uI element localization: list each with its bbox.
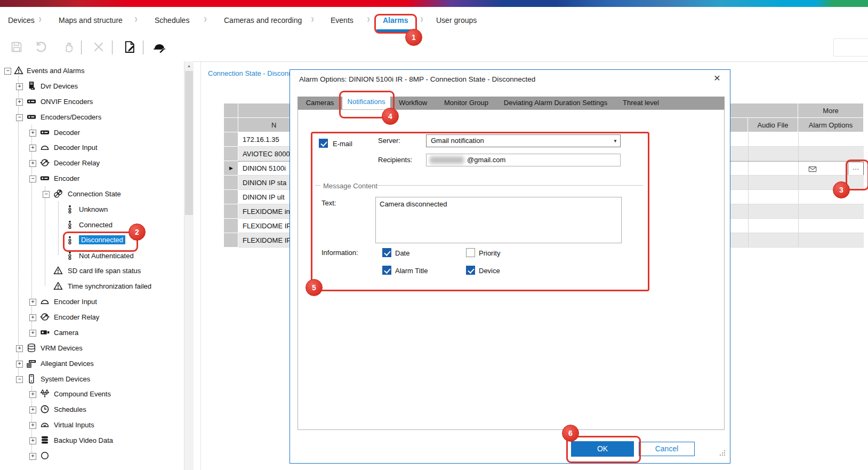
scroll-up-icon[interactable]: ▲ xyxy=(184,61,194,70)
nav-item-events[interactable]: Events xyxy=(331,16,353,25)
expander-icon[interactable]: + xyxy=(16,361,23,368)
tree-item-time-synchronization-failed[interactable]: Time synchronization failed xyxy=(0,278,184,294)
dvr-icon xyxy=(27,81,36,92)
tree-item-dvr-devices[interactable]: +Dvr Devices xyxy=(0,78,184,94)
edit-document-button[interactable] xyxy=(122,40,138,55)
delete-icon xyxy=(92,41,105,55)
nav-chevron-icon: › xyxy=(38,12,42,26)
tree-item-unknown[interactable]: Unknown xyxy=(0,202,184,217)
tree-item-connection-state[interactable]: −Connection State xyxy=(0,186,184,202)
nav-item-maps-and-structure[interactable]: Maps and structure xyxy=(59,16,123,25)
expander-icon[interactable]: + xyxy=(29,130,36,137)
tree-item-label: Not Authenticated xyxy=(79,252,134,260)
expander-icon[interactable]: + xyxy=(29,314,36,321)
expander-icon[interactable]: + xyxy=(29,145,36,152)
cell-alarm-options xyxy=(798,233,864,248)
encoder-icon xyxy=(40,128,50,139)
toolbar-divider xyxy=(81,41,82,54)
expander-icon[interactable]: + xyxy=(29,391,36,398)
tree-item-encoders-decoders[interactable]: −Encoders/Decoders xyxy=(0,109,184,125)
tree-item-label: Encoder Relay xyxy=(54,313,99,321)
expander-icon[interactable]: + xyxy=(16,345,23,352)
tree-item-connected[interactable]: Connected xyxy=(0,217,184,233)
annotation-circle-5: 5 xyxy=(306,279,323,296)
tree-scrollbar[interactable]: ▲ xyxy=(184,61,194,470)
expander-icon[interactable]: + xyxy=(29,422,36,429)
cell-audio-file xyxy=(748,132,798,147)
edit-alarm-button[interactable] xyxy=(151,40,167,55)
brand-color-bar xyxy=(0,0,868,7)
encoder-icon xyxy=(40,173,50,185)
tab-workflow[interactable]: Workflow xyxy=(390,97,436,109)
tree-item-encoder-relay[interactable]: +Encoder Relay xyxy=(0,309,184,325)
tree-item-sd-card-life-span-status[interactable]: SD card life span status xyxy=(0,263,184,278)
table-group-header-more: More xyxy=(798,103,864,118)
cell-audio-file xyxy=(748,219,798,233)
tree-item-encoder[interactable]: −Encoder xyxy=(0,171,184,186)
undo-button xyxy=(33,40,49,55)
tree-item-system-devices[interactable]: −System Devices xyxy=(0,371,184,387)
tree-item-decoder-input[interactable]: +Decoder Input xyxy=(0,140,184,155)
expander-icon[interactable]: + xyxy=(29,160,36,167)
tree-item-label: ONVIF Encoders xyxy=(41,98,93,106)
cancel-button[interactable]: Cancel xyxy=(639,442,695,456)
tree-item-label: Backup Video Data xyxy=(54,436,113,444)
cell-audio-file xyxy=(748,176,798,190)
nav-item-cameras-and-recording[interactable]: Cameras and recording xyxy=(224,16,302,25)
nav-chevron-icon: › xyxy=(311,12,314,26)
row-header-cell xyxy=(224,219,238,233)
tab-threat-level[interactable]: Threat level xyxy=(614,97,668,109)
tab-deviating-alarm-duration-settings[interactable]: Deviating Alarm Duration Settings xyxy=(497,97,614,109)
expander-icon[interactable]: + xyxy=(29,299,36,306)
expander-icon[interactable]: + xyxy=(16,83,23,90)
row-header-cell xyxy=(224,147,238,161)
row-header-cell xyxy=(224,132,238,147)
tree-item-label: Dvr Devices xyxy=(41,82,78,90)
expander-icon[interactable]: − xyxy=(4,68,11,75)
tree-item-virtual-inputs[interactable]: +Virtual Inputs xyxy=(0,417,184,433)
expander-icon[interactable]: − xyxy=(16,114,23,121)
tab-monitor-group[interactable]: Monitor Group xyxy=(436,97,497,109)
cell-audio-file xyxy=(748,147,798,161)
encoder-icon xyxy=(27,97,36,108)
warning-icon xyxy=(53,281,63,292)
resize-grip-icon[interactable] xyxy=(720,450,721,451)
tree-item-schedules[interactable]: +Schedules xyxy=(0,402,184,417)
nav-item-schedules[interactable]: Schedules xyxy=(155,16,189,25)
dialog-title: Alarm Options: DINION 5100i IR - 8MP - C… xyxy=(299,75,535,83)
input-icon xyxy=(40,142,50,154)
cell-audio-file xyxy=(748,204,798,219)
expander-icon[interactable]: − xyxy=(29,176,36,182)
tree-item-decoder-relay[interactable]: +Decoder Relay xyxy=(0,155,184,171)
tree-item-encoder-input[interactable]: +Encoder Input xyxy=(0,294,184,309)
tree-item-allegiant-devices[interactable]: +Allegiant Devices xyxy=(0,356,184,371)
allegiant-icon xyxy=(27,359,36,370)
nav-chevron-icon: › xyxy=(134,12,138,26)
tab-cameras[interactable]: Cameras xyxy=(298,97,342,109)
tree-item-compound-events[interactable]: +Compound Events xyxy=(0,386,184,402)
expander-icon[interactable]: + xyxy=(16,99,23,106)
expander-icon[interactable]: − xyxy=(43,191,50,198)
expander-icon[interactable]: + xyxy=(29,407,36,413)
tree-item-camera[interactable]: +Camera xyxy=(0,325,184,340)
tree-item-partial[interactable]: + xyxy=(0,448,184,464)
expander-icon[interactable]: − xyxy=(16,376,23,383)
delete-button xyxy=(91,40,107,55)
close-icon[interactable]: × xyxy=(710,71,724,85)
row-header-cell xyxy=(224,204,238,219)
tree-item-backup-video-data[interactable]: +Backup Video Data xyxy=(0,433,184,448)
table-corner-cell xyxy=(224,103,238,118)
expander-icon[interactable]: + xyxy=(29,453,36,460)
annotation-circle-4: 4 xyxy=(382,108,399,125)
nav-item-devices[interactable]: Devices xyxy=(8,16,35,25)
tree-item-events-and-alarms[interactable]: −Events and Alarms xyxy=(0,63,184,78)
nav-item-user-groups[interactable]: User groups xyxy=(436,16,477,25)
system-icon xyxy=(27,374,36,385)
expander-icon[interactable]: + xyxy=(29,330,36,337)
tree-item-onvif-encoders[interactable]: +ONVIF Encoders xyxy=(0,94,184,109)
scrollbar-thumb[interactable] xyxy=(185,71,193,215)
edit-document-icon xyxy=(123,41,136,55)
tree-item-decoder[interactable]: +Decoder xyxy=(0,125,184,140)
expander-icon[interactable]: + xyxy=(29,437,36,444)
tree-item-vrm-devices[interactable]: +VRM Devices xyxy=(0,340,184,356)
